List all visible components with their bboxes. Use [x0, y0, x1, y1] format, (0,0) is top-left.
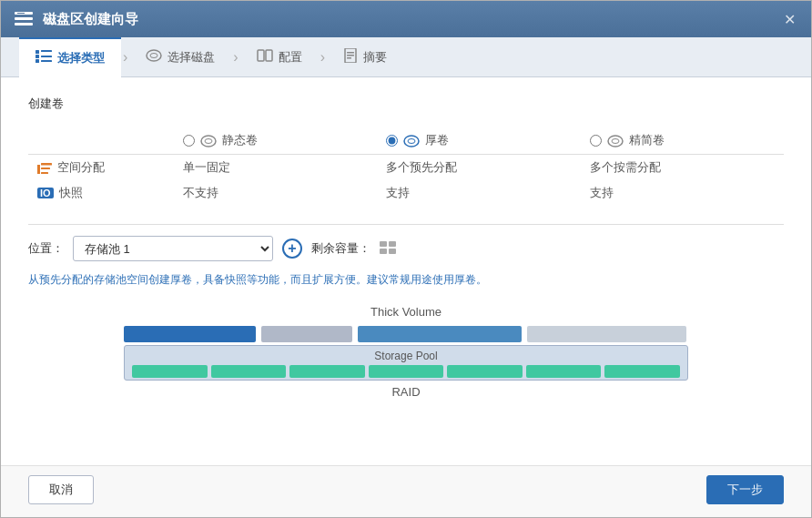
svg-rect-31	[389, 249, 396, 254]
step2-label: 选择磁盘	[167, 49, 215, 66]
thin-vol-option[interactable]: 精简卷	[590, 132, 775, 148]
thick-vol-icon	[403, 133, 420, 147]
svg-point-23	[612, 138, 619, 143]
svg-rect-9	[41, 60, 52, 62]
svg-rect-16	[347, 55, 354, 56]
svg-point-18	[201, 136, 216, 147]
step-div-2: ›	[233, 49, 238, 66]
table-row: IO 快照 不支持 支持 支持	[28, 180, 784, 206]
steps-bar: 选择类型 › 选择磁盘 › 配置 ›	[1, 37, 811, 77]
raid-bar-4	[369, 365, 444, 378]
storage-pool-box: Storage Pool	[124, 345, 688, 381]
remain-icon	[380, 241, 396, 257]
thick-volume-label: Thick Volume	[370, 305, 442, 319]
next-button[interactable]: 下一步	[706, 475, 784, 504]
step-div-1: ›	[123, 49, 127, 66]
close-button[interactable]: ✕	[780, 10, 798, 28]
raid-bar-6	[526, 365, 602, 378]
step4-icon	[343, 48, 358, 66]
thin-snapshot-val: 支持	[581, 180, 784, 206]
svg-rect-3	[17, 13, 25, 14]
thick-vol-option[interactable]: 厚卷	[386, 132, 571, 148]
svg-point-22	[608, 136, 623, 147]
svg-rect-12	[258, 50, 264, 61]
svg-rect-5	[41, 50, 52, 52]
step4-label: 摘要	[363, 49, 387, 66]
diagram-area: Thick Volume Storage Pool	[28, 305, 784, 399]
separator	[28, 224, 784, 225]
svg-point-20	[404, 136, 419, 147]
svg-rect-13	[266, 50, 272, 61]
raid-bar-3	[289, 365, 365, 378]
remain-label: 剩余容量：	[311, 240, 370, 257]
thick-bar-1	[124, 326, 256, 342]
svg-rect-25	[41, 163, 52, 166]
table-row: 空间分配 单一固定 多个预先分配 多个按需分配	[28, 155, 784, 181]
raid-bar-7	[604, 365, 680, 378]
snapshot-icon: IO	[37, 188, 54, 198]
pool-select[interactable]: 存储池 1	[73, 236, 273, 261]
svg-point-21	[408, 138, 415, 143]
title-bar: 磁盘区创建向导 ✕	[1, 1, 811, 37]
info-text: 从预先分配的存储池空间创建厚卷，具备快照等功能，而且扩展方便。建议常规用途使用厚…	[28, 270, 784, 289]
static-vol-label: 静态卷	[222, 132, 258, 148]
thick-snapshot-val: 支持	[377, 180, 580, 206]
svg-rect-24	[37, 165, 40, 174]
step3-icon	[257, 49, 273, 65]
thin-vol-radio[interactable]	[590, 135, 602, 147]
location-row: 位置： 存储池 1 + 剩余容量：	[28, 236, 784, 261]
thick-vol-bars	[124, 326, 688, 342]
static-vol-option[interactable]: 静态卷	[183, 132, 368, 148]
static-vol-radio[interactable]	[183, 135, 195, 147]
volume-type-table: 静态卷 厚卷	[28, 127, 784, 206]
svg-rect-27	[41, 172, 48, 174]
svg-rect-29	[389, 241, 396, 247]
svg-rect-2	[15, 23, 33, 25]
svg-rect-17	[347, 57, 351, 59]
step1-icon	[36, 50, 52, 66]
svg-rect-30	[380, 249, 387, 254]
main-content: 创建卷 静态卷	[1, 77, 811, 465]
storage-pool-label: Storage Pool	[374, 350, 437, 362]
thick-bar-2	[261, 326, 352, 342]
raid-label: RAID	[391, 385, 420, 399]
footer: 取消 下一步	[1, 465, 811, 517]
step1-label: 选择类型	[57, 50, 105, 66]
step-summary[interactable]: 摘要	[327, 37, 403, 77]
step2-icon	[146, 49, 162, 65]
raid-bars	[132, 365, 680, 378]
step-div-3: ›	[320, 49, 325, 66]
svg-rect-1	[15, 17, 33, 20]
raid-bar-1	[132, 365, 208, 378]
svg-point-10	[147, 50, 161, 61]
section-title: 创建卷	[28, 96, 784, 112]
step-select-type[interactable]: 选择类型	[19, 37, 121, 77]
raid-bar-5	[447, 365, 523, 378]
step-config[interactable]: 配置	[240, 37, 319, 77]
thin-vol-label: 精简卷	[629, 132, 665, 148]
space-alloc-label: 空间分配	[57, 159, 105, 176]
svg-rect-4	[36, 50, 39, 54]
add-pool-button[interactable]: +	[282, 239, 302, 259]
cancel-button[interactable]: 取消	[28, 475, 94, 504]
thick-bar-3	[358, 326, 522, 342]
step3-label: 配置	[279, 49, 302, 66]
thin-space-val: 多个按需分配	[581, 155, 784, 181]
step-select-disk[interactable]: 选择磁盘	[129, 37, 231, 77]
thick-bar-4	[527, 326, 686, 342]
static-vol-icon	[200, 133, 217, 147]
svg-rect-6	[36, 55, 39, 58]
wizard-window: 磁盘区创建向导 ✕ 选择类型 ›	[0, 0, 812, 518]
thick-vol-radio[interactable]	[386, 135, 398, 147]
space-alloc-icon	[37, 159, 52, 175]
svg-point-11	[150, 54, 157, 58]
thick-vol-label: 厚卷	[425, 132, 449, 148]
thin-vol-icon	[607, 133, 624, 147]
svg-rect-7	[41, 56, 52, 57]
thick-space-val: 多个预先分配	[377, 155, 580, 181]
snapshot-label: 快照	[59, 185, 83, 201]
svg-rect-8	[36, 59, 39, 63]
svg-rect-28	[380, 241, 387, 247]
static-snapshot-val: 不支持	[174, 180, 377, 206]
svg-rect-15	[347, 52, 354, 54]
